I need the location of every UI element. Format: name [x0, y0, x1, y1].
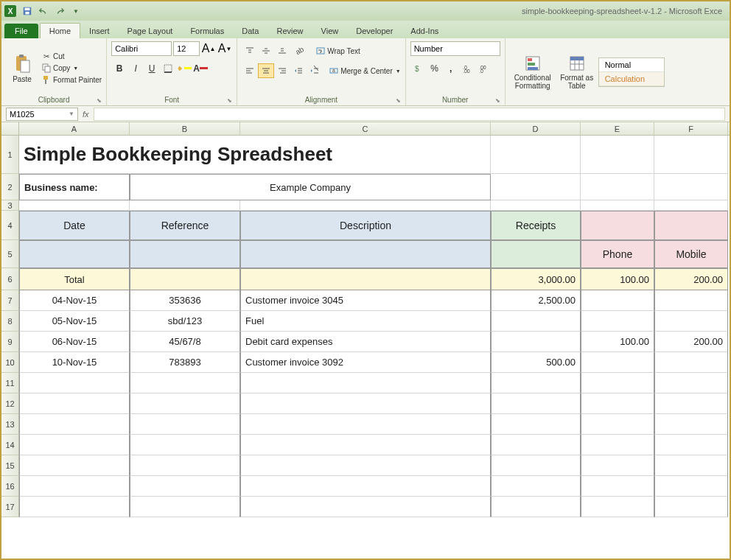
cell-row3-2[interactable]: [240, 200, 491, 211]
empty-13-2[interactable]: [240, 435, 491, 455]
italic-button[interactable]: I: [127, 61, 144, 76]
empty-12-1[interactable]: [130, 414, 240, 435]
data-desc-2[interactable]: Debit card expenses: [240, 332, 491, 352]
align-bottom-icon[interactable]: [274, 43, 290, 58]
empty-15-3[interactable]: [491, 476, 581, 497]
data-date-2[interactable]: 06-Nov-15: [19, 332, 130, 352]
decrease-decimal-icon[interactable]: .00.0: [475, 61, 492, 76]
row-header-9[interactable]: 9: [1, 332, 18, 352]
cell-row3-1[interactable]: [130, 200, 240, 211]
empty-11-2[interactable]: [240, 393, 491, 414]
sheet-title[interactable]: Simple Bookkeeping Spreadsheet: [19, 136, 491, 174]
copy-button[interactable]: Copy▼: [41, 63, 102, 73]
data-phone-3[interactable]: [581, 352, 654, 373]
data-ref-0[interactable]: 353636: [130, 290, 240, 311]
header-blank-f[interactable]: [654, 211, 728, 240]
row-header-2[interactable]: 2: [1, 174, 18, 200]
cell-D2[interactable]: [491, 174, 581, 200]
empty-16-2[interactable]: [240, 497, 491, 517]
conditional-formatting-button[interactable]: Conditional Formatting: [510, 55, 556, 90]
decrease-font-icon[interactable]: A▼: [217, 42, 232, 55]
total-phone[interactable]: 100.00: [581, 268, 654, 290]
align-right-icon[interactable]: [274, 63, 290, 78]
fx-icon[interactable]: fx: [83, 110, 89, 119]
data-ref-3[interactable]: 783893: [130, 352, 240, 373]
row-header-14[interactable]: 14: [1, 435, 18, 455]
row-header-11[interactable]: 11: [1, 373, 18, 393]
tab-addins[interactable]: Add-Ins: [402, 24, 447, 38]
empty-10-1[interactable]: [130, 373, 240, 393]
cut-button[interactable]: ✂Cut: [41, 51, 102, 61]
tab-home[interactable]: Home: [40, 23, 80, 38]
row-header-6[interactable]: 6: [1, 268, 18, 290]
row-header-15[interactable]: 15: [1, 455, 18, 476]
col-header-D[interactable]: D: [491, 122, 581, 135]
percent-format-icon[interactable]: %: [427, 61, 443, 76]
row-header-17[interactable]: 17: [1, 497, 18, 517]
empty-14-5[interactable]: [654, 455, 728, 476]
empty-10-3[interactable]: [491, 373, 581, 393]
cell-E2[interactable]: [581, 174, 654, 200]
align-center-icon[interactable]: [258, 63, 274, 78]
header-receipts[interactable]: Receipts: [491, 211, 581, 240]
font-launcher-icon[interactable]: ⬊: [227, 97, 232, 104]
data-date-0[interactable]: 04-Nov-15: [19, 290, 130, 311]
save-icon[interactable]: [21, 4, 34, 18]
cell-styles-gallery[interactable]: Normal Calculation: [598, 57, 665, 87]
header-mobile[interactable]: Mobile: [654, 240, 728, 268]
data-ref-1[interactable]: sbd/123: [130, 311, 240, 332]
font-size-combo[interactable]: [173, 41, 200, 56]
empty-15-4[interactable]: [581, 476, 654, 497]
redo-icon[interactable]: [53, 4, 66, 18]
underline-button[interactable]: U: [144, 61, 160, 76]
bold-button[interactable]: B: [111, 61, 127, 76]
empty-14-3[interactable]: [491, 455, 581, 476]
font-name-combo[interactable]: [111, 41, 172, 56]
increase-indent-icon[interactable]: [307, 63, 323, 78]
empty-14-2[interactable]: [240, 455, 491, 476]
name-box[interactable]: M1025▼: [6, 108, 78, 121]
col-header-A[interactable]: A: [19, 122, 130, 135]
select-all-corner[interactable]: [1, 122, 19, 135]
empty-13-5[interactable]: [654, 435, 728, 455]
empty-11-3[interactable]: [491, 393, 581, 414]
number-launcher-icon[interactable]: ⬊: [495, 97, 500, 104]
comma-format-icon[interactable]: ,: [443, 61, 459, 76]
data-mobile-2[interactable]: 200.00: [654, 332, 728, 352]
header-reference[interactable]: Reference: [130, 211, 240, 240]
empty-15-2[interactable]: [240, 476, 491, 497]
row-header-13[interactable]: 13: [1, 414, 18, 435]
data-desc-1[interactable]: Fuel: [240, 311, 491, 332]
clipboard-launcher-icon[interactable]: ⬊: [97, 97, 102, 104]
cell-F2[interactable]: [654, 174, 728, 200]
business-name-label[interactable]: Business name:: [19, 174, 130, 200]
data-phone-2[interactable]: 100.00: [581, 332, 654, 352]
tab-data[interactable]: Data: [233, 24, 267, 38]
tab-review[interactable]: Review: [267, 24, 312, 38]
subheader-c[interactable]: [240, 240, 491, 268]
align-middle-icon[interactable]: [258, 43, 274, 58]
empty-14-1[interactable]: [130, 455, 240, 476]
cell-row3-4[interactable]: [581, 200, 654, 211]
file-tab[interactable]: File: [4, 24, 38, 38]
header-blank-e[interactable]: [581, 211, 654, 240]
fill-color-button[interactable]: [176, 61, 192, 76]
subheader-a[interactable]: [19, 240, 130, 268]
empty-13-4[interactable]: [581, 435, 654, 455]
empty-11-0[interactable]: [19, 393, 130, 414]
data-date-1[interactable]: 05-Nov-15: [19, 311, 130, 332]
data-desc-0[interactable]: Customer invoice 3045: [240, 290, 491, 311]
paste-button[interactable]: Paste: [6, 53, 38, 83]
data-receipts-0[interactable]: 2,500.00: [491, 290, 581, 311]
total-label[interactable]: Total: [19, 268, 130, 290]
empty-13-1[interactable]: [130, 435, 240, 455]
empty-13-0[interactable]: [19, 435, 130, 455]
font-color-button[interactable]: A: [192, 61, 209, 76]
empty-11-4[interactable]: [581, 393, 654, 414]
empty-10-0[interactable]: [19, 373, 130, 393]
data-mobile-1[interactable]: [654, 311, 728, 332]
data-ref-2[interactable]: 45/67/8: [130, 332, 240, 352]
merge-center-button[interactable]: aMerge & Center▼: [329, 64, 401, 77]
empty-15-1[interactable]: [130, 476, 240, 497]
empty-13-3[interactable]: [491, 435, 581, 455]
